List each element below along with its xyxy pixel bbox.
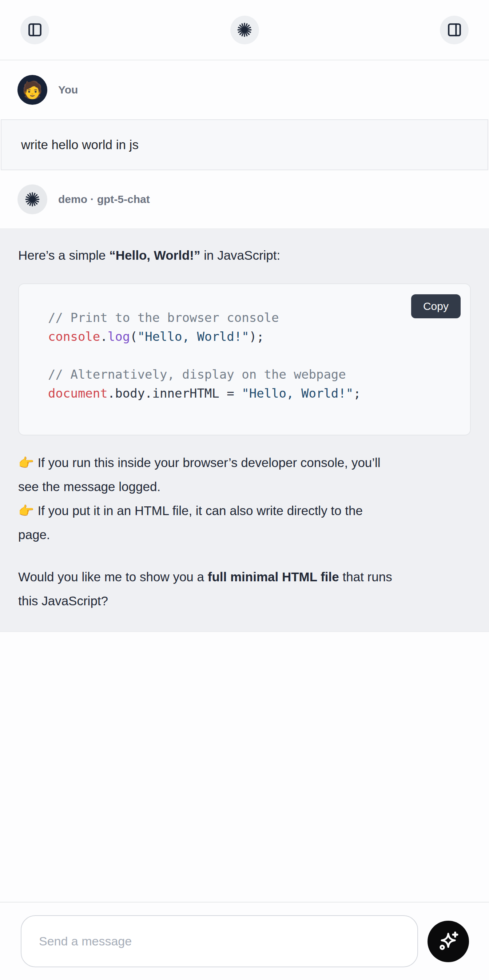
text-line: Would you like me to show you a full min… [18,565,471,589]
right-panel-toggle-button[interactable] [440,16,468,45]
starburst-icon [236,21,253,38]
assistant-avatar [18,185,47,214]
person-emoji-icon: 🧑 [22,81,43,98]
text-line: 👉 If you put it in an HTML file, it can … [18,499,471,523]
top-bar [0,0,489,60]
text-line: page. [18,523,471,547]
composer-bar [0,902,489,980]
user-message-text: write hello world in js [21,137,139,152]
user-turn-header: 🧑 You [0,60,489,119]
code-block: Copy // Print to the browser consolecons… [18,283,471,436]
chat-app: { "topbar": { "icons": { "left": "panel-… [0,0,489,980]
assistant-name-label: demo · gpt-5-chat [58,193,150,205]
code-line: document.body.innerHTML = "Hello, World!… [48,384,456,403]
message-input[interactable] [21,915,418,967]
assistant-turn-header: demo · gpt-5-chat [0,170,489,228]
assistant-intro-paragraph: Here’s a simple “Hello, World!” in JavaS… [18,243,471,267]
chat-messages: 🧑 You write hello world in js [0,60,489,632]
assistant-turn: demo · gpt-5-chat Here’s a simple “Hello… [0,170,489,632]
text-line: 👉 If you run this inside your browser’s … [18,451,471,475]
code-line [48,346,456,365]
new-chat-burst-button[interactable] [230,16,259,45]
sidebar-toggle-button[interactable] [21,16,49,45]
user-avatar: 🧑 [18,75,47,105]
user-turn: 🧑 You write hello world in js [0,60,489,170]
user-name-label: You [58,84,78,96]
panel-right-icon [447,22,462,37]
text-line: Here’s a simple “Hello, World!” in JavaS… [18,243,471,267]
code-line: // Print to the browser console [48,308,456,327]
assistant-message: Here’s a simple “Hello, World!” in JavaS… [0,228,489,632]
panel-left-icon [27,22,43,37]
text-line: see the message logged. [18,475,471,499]
starburst-icon [24,191,41,208]
text-line: this JavaScript? [18,589,471,613]
copy-button[interactable]: Copy [411,294,460,318]
send-button[interactable] [427,921,469,962]
assistant-tips-paragraph: 👉 If you run this inside your browser’s … [18,451,471,547]
assistant-question-paragraph: Would you like me to show you a full min… [18,565,471,613]
user-message: write hello world in js [1,119,488,170]
code-content: // Print to the browser consoleconsole.l… [48,308,456,403]
sparkle-icon [436,929,460,953]
code-line: // Alternatively, display on the webpage [48,365,456,384]
code-line: console.log("Hello, World!"); [48,327,456,346]
